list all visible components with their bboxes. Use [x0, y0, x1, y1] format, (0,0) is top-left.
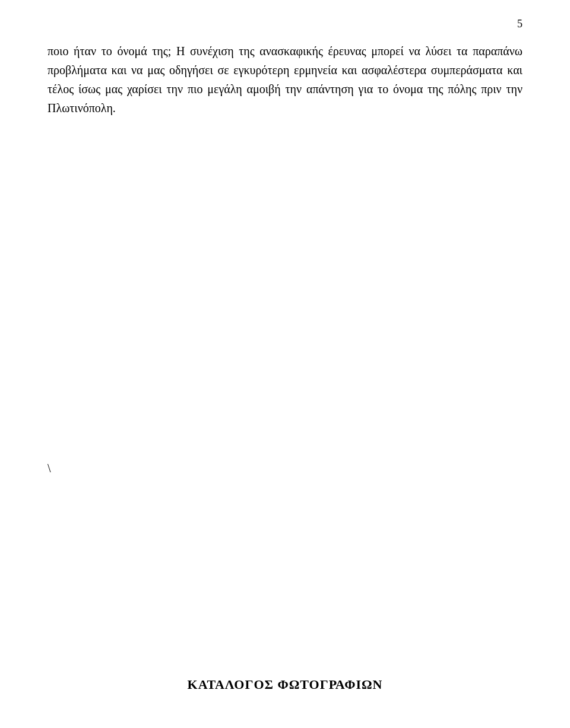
main-paragraph: ποιο ήταν το όνομά της; Η συνέχιση της α… [48, 42, 522, 117]
backslash-symbol: \ [48, 462, 522, 475]
page-number: 5 [517, 18, 522, 30]
page-container: 5 ποιο ήταν το όνομά της; Η συνέχιση της… [0, 0, 570, 728]
catalog-title: ΚΑΤΑΛΟΓΟΣ ΦΩΤΟΓΡΑΦΙΩΝ [0, 677, 570, 692]
